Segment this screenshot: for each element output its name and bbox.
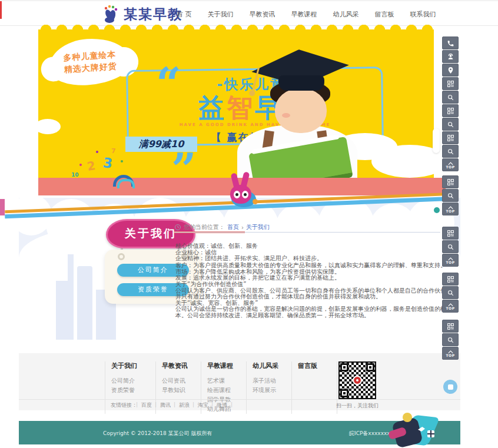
footer-col-title: 关于我们: [111, 361, 152, 370]
promo-cloud: 多种儿童绘本 精选大牌好货: [47, 36, 132, 88]
copyright-text: Copyright © 2012-2018 某某公司 版权所有: [103, 430, 212, 437]
qrcode-icon: [447, 134, 454, 142]
search-button[interactable]: [442, 91, 459, 104]
footer-col-title: 早教课程: [207, 361, 243, 370]
logo[interactable]: 某某早教: [101, 4, 182, 24]
breadcrumb-prefix: 您的当前位置：: [184, 223, 225, 231]
copyright-bar: Copyright © 2012-2018 某某公司 版权所有 皖ICP备xxx…: [19, 421, 460, 444]
qrcode-button[interactable]: [442, 131, 459, 144]
location-button[interactable]: [442, 64, 459, 77]
friend-link[interactable]: 微博: [213, 401, 231, 409]
qrcode-icon: [447, 178, 454, 186]
friend-links: 友情链接： 百度 腾讯 新浪 淘宝 微博: [19, 399, 460, 410]
phone-icon: [447, 39, 454, 47]
qrcode-icon: [447, 276, 454, 283]
footer-col-title: 早教资讯: [162, 361, 197, 370]
banner-edge-tab[interactable]: [433, 128, 440, 153]
footer-link[interactable]: 艺术课: [207, 376, 243, 386]
qrcode-button[interactable]: [442, 175, 459, 188]
qrcode-button[interactable]: [442, 227, 459, 240]
header: 某某早教 首 页 关于我们 早教资讯 早教课程 幼儿风采 留言板 联系我们: [0, 0, 498, 26]
nav-message-board[interactable]: 留言板: [375, 10, 394, 19]
back-to-top-button[interactable]: TOP: [442, 347, 459, 360]
about-plaque-title: 关于我们: [125, 226, 177, 241]
about-text-block-1: 核心价值观：诚信、创新、服务 企业核心：诚信 企业精神：团结共进、开拓求实、满足…: [175, 243, 456, 262]
nav-news[interactable]: 早教资讯: [250, 10, 275, 19]
search-icon: [447, 243, 454, 251]
nav-kids-style[interactable]: 幼儿风采: [333, 10, 359, 19]
rabbit-mascot: [225, 173, 257, 207]
grid-icon: [427, 430, 434, 437]
search-button[interactable]: [442, 286, 459, 299]
phone-button[interactable]: [442, 36, 459, 49]
footer-link[interactable]: 绘画课程: [207, 386, 243, 395]
search-button[interactable]: [442, 240, 459, 253]
float-widget-button[interactable]: [443, 380, 457, 394]
nav-courses[interactable]: 早教课程: [291, 10, 317, 19]
friend-link[interactable]: 腾讯: [156, 401, 175, 409]
customer-service-button[interactable]: [442, 50, 459, 63]
footer-link[interactable]: 公司资讯: [162, 376, 197, 386]
nav-contact[interactable]: 联系我们: [410, 10, 436, 19]
edge-decoration: [0, 199, 5, 215]
footer: 关于我们 公司简介 资质荣誉 早教资讯 公司资讯 早教知识 早教课程 艺术课 绘…: [19, 353, 460, 410]
footer-col-title: 留言版: [298, 361, 333, 370]
search-button[interactable]: [442, 118, 459, 131]
confetti-number: 10: [71, 172, 79, 178]
breadcrumb: 您的当前位置： 首页 › 关于我们: [174, 223, 270, 231]
logo-hand-icon: [101, 4, 121, 24]
qrcode-button[interactable]: [442, 273, 459, 286]
main-nav: 首 页 关于我们 早教资讯 早教课程 幼儿风采 留言板 联系我们: [177, 1, 436, 27]
back-to-top-button[interactable]: TOP: [442, 203, 459, 215]
friend-link[interactable]: 百度: [137, 401, 156, 409]
page: 某某早教 首 页 关于我们 早教资讯 早教课程 幼儿风采 留言板 联系我们 多种…: [0, 0, 498, 448]
footer-link[interactable]: 资质荣誉: [111, 386, 152, 395]
qrcode-icon: [447, 80, 454, 88]
search-icon: [447, 336, 454, 344]
about-text-block-3: 关于“为合作伙伴创造价值” 公司认为客户、供应商、公司股东、公司员工等一切和自身…: [175, 281, 456, 319]
qrcode-icon: [447, 323, 454, 330]
confetti-number: 3: [102, 155, 113, 171]
qrcode-icon: [447, 107, 454, 115]
search-icon: [447, 289, 454, 297]
search-button[interactable]: [442, 333, 459, 346]
nav-home[interactable]: 首 页: [177, 10, 192, 19]
search-icon: [447, 192, 454, 200]
mascot-illustration: [385, 414, 439, 446]
dot-decoration: [434, 207, 440, 213]
nav-about[interactable]: 关于我们: [208, 10, 234, 19]
search-button[interactable]: [442, 145, 459, 158]
qrcode-icon: [447, 230, 454, 237]
breadcrumb-home-link[interactable]: 首页: [227, 223, 239, 231]
search-button[interactable]: [442, 189, 459, 202]
small-cloud: [35, 119, 61, 134]
qrcode-button[interactable]: [442, 320, 459, 333]
breadcrumb-divider: [174, 232, 440, 233]
search-icon: [447, 148, 454, 155]
footer-link[interactable]: 公司简介: [111, 376, 152, 386]
child-photo-illustration: [221, 49, 381, 185]
customer-service-icon: [447, 53, 454, 61]
back-to-top-button[interactable]: TOP: [442, 300, 459, 313]
location-icon: [447, 67, 454, 74]
qr-logo: [353, 376, 362, 385]
footer-link[interactable]: 亲子活动: [253, 376, 288, 386]
breadcrumb-current-link[interactable]: 关于我们: [246, 223, 270, 231]
qr-code: [338, 361, 376, 399]
back-to-top-button[interactable]: TOP: [442, 158, 459, 171]
qrcode-button[interactable]: [442, 77, 459, 90]
friend-link[interactable]: 新浪: [175, 401, 194, 409]
footer-link[interactable]: 早教知识: [162, 386, 197, 395]
footer-link[interactable]: 环境展示: [253, 386, 288, 395]
search-icon: [447, 121, 454, 128]
clock-icon: [174, 224, 181, 231]
logo-text: 某某早教: [124, 5, 182, 24]
confetti-number: 7: [111, 147, 116, 155]
friend-link[interactable]: 淘宝: [194, 401, 213, 409]
footer-col-title: 幼儿风采: [253, 361, 288, 370]
friend-links-label: 友情链接：: [111, 401, 137, 409]
qrcode-button[interactable]: [442, 104, 459, 117]
breadcrumb-separator: ›: [241, 224, 244, 231]
confetti-number: 2: [86, 158, 97, 174]
back-to-top-button[interactable]: TOP: [442, 254, 459, 267]
